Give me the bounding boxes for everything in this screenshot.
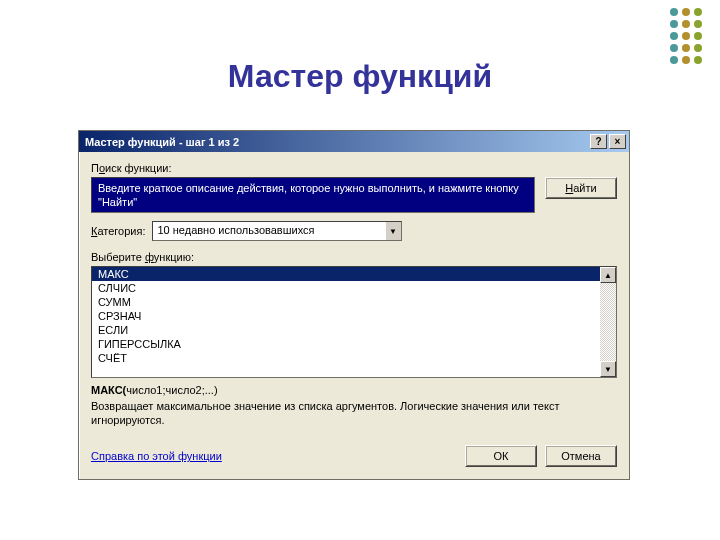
scrollbar[interactable]: ▲ ▼ <box>600 267 616 377</box>
close-icon: × <box>615 137 621 147</box>
list-item[interactable]: СУММ <box>92 295 600 309</box>
slide-title: Мастер функций <box>0 58 720 95</box>
scroll-up-icon[interactable]: ▲ <box>600 267 616 283</box>
cancel-button[interactable]: Отмена <box>545 445 617 467</box>
ok-button[interactable]: ОК <box>465 445 537 467</box>
find-button[interactable]: Найти <box>545 177 617 199</box>
titlebar: Мастер функций - шаг 1 из 2 ? × <box>79 131 629 152</box>
category-value: 10 недавно использовавшихся <box>153 222 385 240</box>
scroll-down-icon[interactable]: ▼ <box>600 361 616 377</box>
function-description: Возвращает максимальное значение из спис… <box>91 399 617 427</box>
close-button[interactable]: × <box>609 134 626 149</box>
question-icon: ? <box>595 137 601 147</box>
list-item[interactable]: СЧЁТ <box>92 351 600 365</box>
dialog-title: Мастер функций - шаг 1 из 2 <box>85 136 588 148</box>
function-wizard-dialog: Мастер функций - шаг 1 из 2 ? × Поиск фу… <box>78 130 630 480</box>
function-listbox[interactable]: МАКССЛЧИССУММСРЗНАЧЕСЛИГИПЕРССЫЛКАСЧЁТ <box>92 267 600 377</box>
list-item[interactable]: СРЗНАЧ <box>92 309 600 323</box>
chevron-down-icon[interactable]: ▼ <box>385 222 401 240</box>
scroll-track[interactable] <box>600 283 616 361</box>
search-input[interactable] <box>91 177 535 213</box>
category-dropdown[interactable]: 10 недавно использовавшихся ▼ <box>152 221 402 241</box>
list-item[interactable]: ЕСЛИ <box>92 323 600 337</box>
list-item[interactable]: ГИПЕРССЫЛКА <box>92 337 600 351</box>
help-button[interactable]: ? <box>590 134 607 149</box>
function-syntax: МАКС(число1;число2;...) <box>91 384 617 396</box>
list-item[interactable]: СЛЧИС <box>92 281 600 295</box>
help-link[interactable]: Справка по этой функции <box>91 450 222 462</box>
search-label: Поиск функции: <box>91 162 617 174</box>
decorative-dots <box>670 8 702 64</box>
select-function-label: Выберите функцию: <box>91 251 617 263</box>
category-label: Категория: <box>91 225 146 237</box>
list-item[interactable]: МАКС <box>92 267 600 281</box>
